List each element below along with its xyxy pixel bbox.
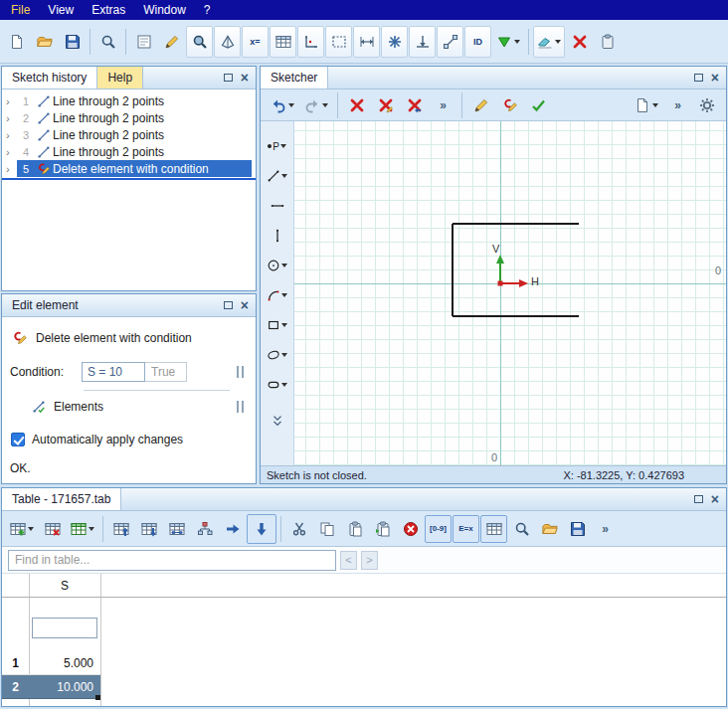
list-item[interactable]: › 2Line through 2 points [2,109,256,126]
close-icon[interactable]: × [241,298,249,312]
new-value-input[interactable] [32,618,97,638]
dropdown-arrow-icon[interactable] [322,103,328,107]
more-options-button[interactable]: » [664,92,691,118]
tab-help[interactable]: Help [97,67,143,89]
edit-condition-button[interactable] [496,92,523,118]
delete-button[interactable] [566,26,593,58]
redo-button[interactable] [300,92,332,118]
snap-button[interactable] [381,26,408,58]
more-tools-button[interactable]: » [430,92,456,118]
row-number[interactable]: 1 [2,651,29,674]
condition-input[interactable]: S = 10 [82,362,145,382]
maximize-icon[interactable] [224,74,233,82]
find-previous-button[interactable]: < [340,551,357,570]
find-in-table-input[interactable] [8,550,336,571]
dropdown-arrow-icon[interactable] [281,383,287,387]
sketch-canvas[interactable]: V H 0 0 [294,121,726,465]
dropdown-arrow-icon[interactable] [280,144,286,148]
sketch-view-toggle[interactable] [214,26,241,58]
point-tool[interactable]: P [268,137,286,155]
menu-view[interactable]: View [39,1,83,19]
close-icon[interactable]: × [711,71,719,85]
cut-button[interactable] [285,515,312,543]
list-item[interactable]: › 4Line through 2 points [2,143,256,160]
open-file-button[interactable] [31,26,58,58]
paste-special-button[interactable] [369,515,396,543]
save-button[interactable] [59,26,86,58]
find-next-button[interactable]: > [361,551,378,570]
column-header-s[interactable]: S [29,574,100,598]
close-icon[interactable]: × [711,492,719,506]
open-table-button[interactable] [536,515,563,543]
resize-grip[interactable] [237,401,244,413]
delete-all-button[interactable] [343,92,370,118]
slot-tool[interactable] [267,376,287,394]
settings-button[interactable] [693,92,720,118]
clipboard-button[interactable] [594,26,621,58]
menu-file[interactable]: File [2,1,39,19]
dimension-box-button[interactable] [325,26,352,58]
apply-check-button[interactable] [525,92,552,118]
expander-icon[interactable]: › [6,146,17,158]
form-view-button[interactable] [130,26,157,58]
menu-extras[interactable]: Extras [83,1,134,19]
link-elements-button[interactable] [437,26,463,58]
expander-icon[interactable]: › [6,112,17,124]
more-tools-expander[interactable] [271,412,284,430]
table-row-selected[interactable]: 2 10.000 [2,675,100,699]
auto-apply-checkbox[interactable] [11,433,25,446]
dropdown-arrow-icon[interactable] [281,353,287,357]
vertical-line-tool[interactable] [271,227,284,245]
dropdown-arrow-icon[interactable] [28,527,34,531]
delete-selected-button[interactable] [372,92,399,118]
tab-table[interactable]: Table - 171657.tab [2,488,121,510]
copy-button[interactable] [313,515,340,543]
ellipse-tool[interactable] [267,346,287,364]
table-view-toggle[interactable] [270,26,296,58]
dropdown-arrow-icon[interactable] [288,103,294,107]
formula-view-toggle[interactable]: x= [242,26,269,58]
page-options-button[interactable] [631,92,662,118]
formula-toggle[interactable]: E=x [453,515,479,543]
fill-handle[interactable] [95,695,100,700]
table-row[interactable]: 1 5.000 [2,651,100,675]
zoom-button[interactable] [94,26,121,58]
delete-rows-button[interactable] [397,515,424,543]
grid-view-toggle[interactable] [480,515,507,543]
maximize-icon[interactable] [694,495,703,503]
arc-tool[interactable] [267,286,287,304]
eraser-button[interactable] [533,26,565,58]
maximize-icon[interactable] [694,74,703,82]
list-item-selected[interactable]: › 5Delete element with condition [2,160,256,177]
measure-button[interactable] [353,26,380,58]
dropdown-arrow-icon[interactable] [514,40,520,44]
close-icon[interactable]: × [241,71,249,85]
expander-icon[interactable]: › [6,163,17,175]
sketch-geometry[interactable] [294,121,726,465]
finish-button[interactable] [492,26,524,58]
id-button[interactable]: ID [464,26,491,58]
dropdown-arrow-icon[interactable] [281,323,287,327]
zoom-view-toggle[interactable] [186,26,213,58]
hierarchy-button[interactable] [191,515,218,543]
menu-window[interactable]: Window [134,1,195,19]
insert-table-button[interactable] [6,515,38,543]
dropdown-arrow-icon[interactable] [555,40,561,44]
paste-button[interactable] [341,515,368,543]
dropdown-arrow-icon[interactable] [89,527,94,531]
save-table-button[interactable] [564,515,591,543]
apply-down-button[interactable] [247,514,276,544]
digits-format-toggle[interactable]: [0-9] [425,515,452,543]
apply-right-button[interactable] [219,515,246,543]
cell-value[interactable]: 5.000 [29,651,100,674]
insert-row-above-button[interactable] [107,515,134,543]
resize-grip[interactable] [237,366,244,378]
insert-row-below-button[interactable] [135,515,162,543]
new-document-button[interactable] [3,26,30,58]
delete-table-button[interactable] [39,515,66,543]
edit-pencil-button[interactable] [467,92,494,118]
row-number[interactable]: 2 [2,675,29,698]
table-columns-button[interactable] [67,515,98,543]
dropdown-arrow-icon[interactable] [281,293,287,297]
coordinate-system-button[interactable] [297,26,324,58]
